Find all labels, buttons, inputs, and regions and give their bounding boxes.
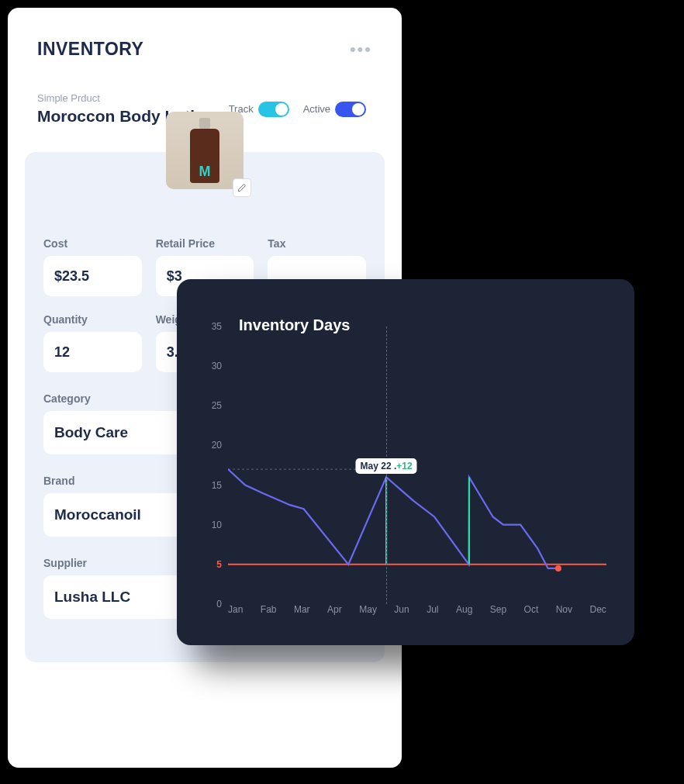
y-tick: 10 xyxy=(192,520,228,530)
more-icon[interactable]: ••• xyxy=(350,40,372,60)
pencil-icon xyxy=(237,183,247,192)
x-tick: Jul xyxy=(427,604,438,620)
quantity-field: Quantity 12 xyxy=(43,313,142,372)
track-toggle[interactable] xyxy=(258,102,289,117)
x-tick: Jan xyxy=(228,604,243,620)
active-toggle-group: Active xyxy=(303,102,366,117)
chart-tooltip: May 22 .+12 xyxy=(356,458,417,474)
y-tick: 15 xyxy=(192,480,228,491)
chart-body: 05101520253035 JanFabMarAprMayJunJulAugS… xyxy=(192,340,606,620)
x-tick: Aug xyxy=(456,604,472,620)
quantity-label: Quantity xyxy=(43,313,142,326)
x-tick: Nov xyxy=(556,604,572,620)
retail-price-label: Retail Price xyxy=(156,237,254,250)
x-tick: Mar xyxy=(294,604,310,620)
cost-field: Cost $23.5 xyxy=(43,237,142,296)
x-tick: Sep xyxy=(490,604,506,620)
product-image: M xyxy=(166,112,244,189)
y-tick: 35 xyxy=(192,321,228,332)
bottle-icon: M xyxy=(190,129,219,183)
active-toggle[interactable] xyxy=(335,102,366,117)
cost-input[interactable]: $23.5 xyxy=(43,256,142,296)
y-tick: 30 xyxy=(192,361,228,371)
series-end-dot xyxy=(555,565,561,572)
cost-label: Cost xyxy=(43,237,142,250)
chart-plot-area[interactable]: May 22 .+12 xyxy=(228,326,606,604)
chart-svg xyxy=(228,326,606,604)
chart-y-axis: 05101520253035 xyxy=(192,326,228,604)
y-tick: 20 xyxy=(192,440,228,451)
toggle-knob xyxy=(352,103,364,116)
x-tick: Apr xyxy=(327,604,342,620)
y-tick: 5 xyxy=(192,559,228,570)
edit-image-button[interactable] xyxy=(233,178,251,197)
product-subtitle: Simple Prduct xyxy=(37,92,215,104)
series-line xyxy=(228,469,558,568)
x-tick: Oct xyxy=(524,604,539,620)
active-label: Active xyxy=(303,103,330,115)
y-tick: 0 xyxy=(192,599,228,610)
page-title: INVENTORY xyxy=(37,39,143,60)
x-tick: Jun xyxy=(394,604,409,620)
x-tick: May xyxy=(359,604,377,620)
chart-panel: Inventory Days 05101520253035 JanFabMarA… xyxy=(177,279,634,645)
x-tick: Fab xyxy=(261,604,277,620)
x-tick: Dec xyxy=(590,604,606,620)
toggle-knob xyxy=(275,103,288,116)
card-header: INVENTORY ••• xyxy=(25,39,385,60)
chart-x-axis: JanFabMarAprMayJunJulAugSepOctNovDec xyxy=(228,604,606,620)
y-tick: 25 xyxy=(192,400,228,411)
tax-label: Tax xyxy=(268,237,366,250)
quantity-input[interactable]: 12 xyxy=(43,332,142,372)
